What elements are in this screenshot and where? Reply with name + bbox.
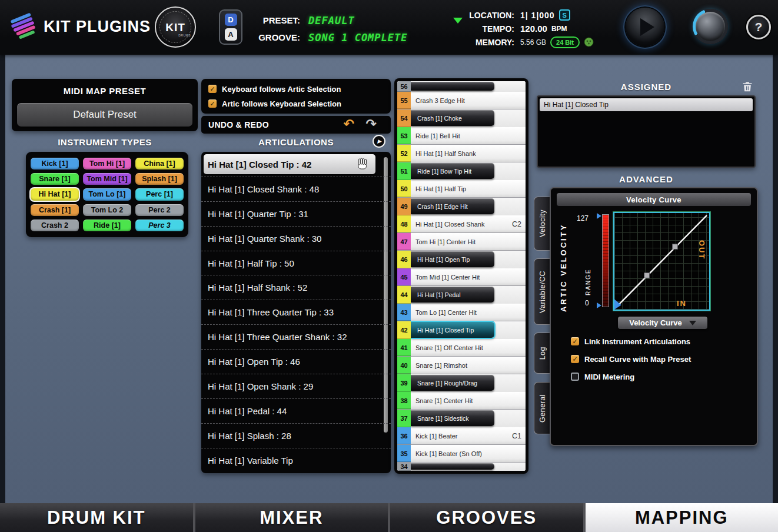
checkbox-row[interactable]: ✓Keyboard follows Artic Selection (208, 83, 391, 95)
instrument-button[interactable]: Perc 3 (135, 220, 184, 231)
trash-icon[interactable] (742, 81, 753, 92)
checkbox-checked-icon[interactable]: ✓ (571, 355, 579, 363)
assigned-item[interactable]: Hi Hat [1] Closed Tip (540, 98, 753, 111)
checkbox-row[interactable]: MIDI Metering (571, 371, 691, 383)
piano-key-38[interactable]: 38Snare [1] Center Hit (397, 392, 526, 410)
nav-tab-mixer[interactable]: MIXER (195, 503, 388, 532)
articulation-item[interactable]: Hi Hat [1] Three Quarter Tip : 33 (201, 300, 391, 325)
articulation-item[interactable]: Hi Hat [1] Pedal : 44 (201, 399, 391, 424)
key-label: Snare [1] Rimshot (415, 362, 467, 369)
instrument-button[interactable]: Tom Hi [1] (83, 158, 131, 169)
articulation-item[interactable]: Hi Hat [1] Half Tip : 50 (201, 251, 391, 276)
piano-key-40[interactable]: 40Snare [1] Rimshot (397, 357, 526, 374)
piano-key-49[interactable]: 49Crash [1] Edge Hit (397, 198, 526, 215)
piano-key-51[interactable]: 51Ride [1] Bow Tip Hit (397, 162, 526, 180)
checkbox-checked-icon[interactable]: ✓ (208, 99, 217, 108)
articulation-item[interactable]: Hi Hat [1] Splash : 28 (201, 424, 391, 448)
instrument-button[interactable]: Ride [1] (83, 220, 131, 231)
instrument-button[interactable]: Crash 2 (31, 220, 79, 231)
checkbox-unchecked-icon[interactable] (571, 373, 579, 381)
piano-key-37[interactable]: 37Snare [1] Sidestick (397, 410, 526, 427)
piano-key-41[interactable]: 41Snare [1] Off Center Hit (397, 339, 526, 357)
instrument-button[interactable]: Splash [1] (135, 173, 184, 185)
instrument-button[interactable]: China [1] (135, 158, 184, 169)
instrument-button[interactable]: Perc [1] (135, 188, 184, 200)
nav-tab-mapping[interactable]: MAPPING (586, 503, 778, 532)
piano-key-46[interactable]: 46Hi Hat [1] Open Tip (397, 251, 526, 268)
checkbox-row[interactable]: ✓Link Instrument Articulations (571, 335, 691, 347)
piano-key-55[interactable]: 55Crash 3 Edge Hit (397, 92, 526, 109)
da-badge-d: D (225, 14, 237, 26)
articulations-cycle-button[interactable]: ▶ (373, 135, 385, 148)
articulation-item[interactable]: Hi Hat [1] Variable Tip (201, 448, 391, 473)
groove-dropdown-icon[interactable] (453, 18, 463, 24)
piano-key-42[interactable]: 42Hi Hat [1] Closed Tip (397, 321, 526, 339)
instrument-button[interactable]: Hi Hat [1] (31, 188, 79, 200)
black-key: Hi Hat [1] Closed Tip (411, 322, 494, 338)
preset-value[interactable]: DEFAULT (308, 15, 408, 26)
tab-general[interactable]: General (534, 382, 550, 434)
articulation-item[interactable]: Hi Hat [1] Three Quarter Shank : 32 (201, 325, 391, 350)
piano-key-48[interactable]: 48Hi Hat [1] Closed ShankC2 (397, 215, 526, 233)
piano-key-35[interactable]: 35Kick [1] Beater (Sn Off) (397, 445, 526, 463)
undo-redo-title: UNDO & REDO (208, 120, 269, 129)
instrument-button[interactable]: Kick [1] (31, 158, 79, 169)
tempo-value[interactable]: 120.00 (520, 24, 547, 34)
articulation-item[interactable]: Hi Hat [1] Quarter Shank : 30 (201, 227, 391, 251)
nav-tab-drum-kit[interactable]: DRUM KIT (0, 503, 193, 532)
instrument-button[interactable]: Tom Mid [1] (83, 173, 131, 185)
velocity-curve-plot[interactable]: OUT IN (613, 212, 710, 311)
articulation-item[interactable]: Hi Hat [1] Closed Shank : 48 (201, 177, 391, 202)
piano-key-52[interactable]: 52Hi Hat [1] Half Shank (397, 145, 526, 162)
redo-icon[interactable]: ↷ (366, 117, 377, 132)
piano-key-50[interactable]: 50Hi Hat [1] Half Tip (397, 180, 526, 198)
groove-value[interactable]: SONG 1 COMPLETE (308, 32, 408, 44)
piano-key-43[interactable]: 43Tom Lo [1] Center Hit (397, 304, 526, 321)
instrument-button[interactable]: Snare [1] (31, 173, 79, 185)
piano-key-44[interactable]: 44Hi Hat [1] Pedal (397, 286, 526, 304)
checkbox-checked-icon[interactable]: ✓ (571, 337, 579, 345)
checkbox-row[interactable]: ✓Artic follows Keyboard Selection (208, 98, 391, 109)
tab-log[interactable]: Log (534, 332, 550, 374)
tab-velocity[interactable]: Velocity (534, 197, 550, 251)
master-knob[interactable] (693, 9, 728, 44)
nav-tab-grooves[interactable]: GROOVES (390, 503, 583, 532)
piano-key-56[interactable]: 56 (397, 81, 526, 92)
articulation-item[interactable]: Hi Hat [1] Quarter Tip : 31 (201, 202, 391, 227)
checkbox-label: Link Instrument Articulations (584, 337, 690, 346)
note-number-badge: 42 (397, 321, 411, 339)
instrument-button[interactable]: Tom Lo [1] (83, 188, 131, 200)
piano-key-34[interactable]: 34 (397, 463, 526, 471)
piano-key-53[interactable]: 53Ride [1] Bell Hit (397, 127, 526, 145)
articulation-item[interactable]: Hi Hat [1] Open Shank : 29 (201, 374, 391, 399)
kit-logo-sub: DRUMS (178, 34, 191, 37)
key-label: Ride [1] Bell Hit (415, 132, 460, 139)
articulation-item[interactable]: Hi Hat [1] Closed Tip : 42 (201, 152, 391, 177)
piano-key-47[interactable]: 47Tom Hi [1] Center Hit (397, 233, 526, 251)
instrument-button[interactable]: Perc 2 (135, 204, 184, 216)
velocity-range-slider[interactable] (602, 214, 609, 307)
velocity-curve-dropdown[interactable]: Velocity Curve (618, 317, 707, 329)
tab-variable-cc[interactable]: Variable/CC (534, 258, 550, 325)
kit-plugins-logo-icon (11, 12, 38, 41)
sync-badge[interactable]: S (559, 9, 570, 21)
default-preset-button[interactable]: Default Preset (17, 103, 192, 127)
undo-icon[interactable]: ↶ (344, 117, 354, 132)
articulation-item[interactable]: Hi Hat [1] Half Shank : 52 (201, 275, 391, 300)
instrument-button[interactable]: Crash [1] (31, 204, 79, 216)
piano-key-36[interactable]: 36Kick [1] BeaterC1 (397, 427, 526, 445)
play-button[interactable] (626, 8, 664, 46)
piano-key-39[interactable]: 39Snare [1] Rough/Drag (397, 374, 526, 392)
articulation-item[interactable]: Hi Hat [1] Open Tip : 46 (201, 350, 391, 374)
piano-panel: 5655Crash 3 Edge Hit54Crash [1] Choke53R… (394, 78, 528, 474)
note-number-badge: 40 (397, 357, 411, 374)
help-button[interactable]: ? (746, 15, 771, 39)
checkbox-label: Recall Curve with Map Preset (584, 355, 691, 364)
piano-key-45[interactable]: 45Tom Mid [1] Center Hit (397, 268, 526, 286)
piano-key-54[interactable]: 54Crash [1] Choke (397, 109, 526, 127)
checkbox-label: Keyboard follows Artic Selection (222, 85, 341, 94)
instrument-types-panel: Kick [1]Tom Hi [1]China [1]Snare [1]Tom … (26, 152, 188, 237)
instrument-button[interactable]: Tom Lo 2 (83, 204, 131, 216)
checkbox-checked-icon[interactable]: ✓ (208, 85, 217, 93)
checkbox-row[interactable]: ✓Recall Curve with Map Preset (571, 353, 691, 365)
